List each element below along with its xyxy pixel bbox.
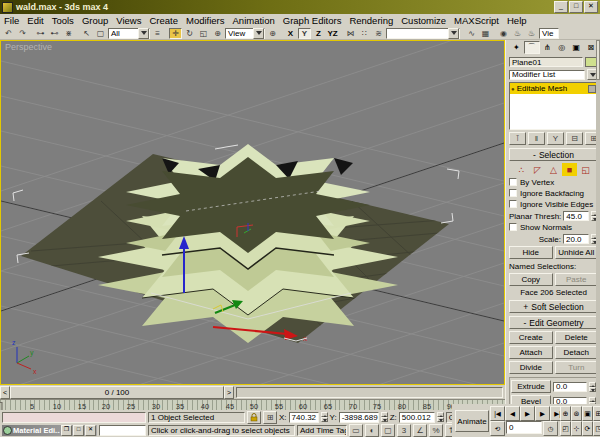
key-mode-toggle[interactable]: ⟲ <box>490 421 505 436</box>
select-and-rotate-button[interactable]: ↻ <box>183 28 196 39</box>
time-slider-handle[interactable]: 0 / 100 <box>10 386 224 399</box>
subobject-face-icon[interactable]: △ <box>546 163 561 176</box>
z-coord-field[interactable]: 500.012 <box>399 412 435 423</box>
time-slider-track[interactable] <box>236 387 503 398</box>
render-type-dropdown[interactable]: Vie <box>539 28 559 39</box>
restrict-z-button[interactable]: Z <box>312 28 325 39</box>
extrude-spinner[interactable] <box>589 382 596 392</box>
maximize-button[interactable]: □ <box>569 1 583 13</box>
create-button[interactable]: Create <box>509 331 553 344</box>
render-scene-button[interactable]: ♨ <box>511 28 524 39</box>
planar-thresh-field[interactable]: 45.0 <box>563 211 589 221</box>
named-selection-sets-dropdown[interactable] <box>386 28 460 39</box>
paste-named-selection-button[interactable]: Paste <box>555 273 599 286</box>
select-and-manipulate-button[interactable]: ⊕ <box>211 28 224 39</box>
region-zoom-button[interactable]: ◰ <box>560 421 571 436</box>
use-pivot-point-center-button[interactable]: ⊕ <box>266 28 279 39</box>
menu-help[interactable]: Help <box>503 15 531 26</box>
material-editor-button[interactable]: ◉ <box>497 28 510 39</box>
angle-snap-toggle-icon[interactable]: ∠ <box>413 424 427 437</box>
selection-lock-icon[interactable] <box>247 411 261 424</box>
degradation-override-toggle[interactable]: ◐ <box>365 424 379 437</box>
material-window-restore-button[interactable]: ❐ <box>61 425 72 436</box>
unhide-all-button[interactable]: Unhide All <box>555 246 599 259</box>
select-and-move-button[interactable]: ✛ <box>169 28 182 39</box>
menu-graph-editors[interactable]: Graph Editors <box>279 15 346 26</box>
by-vertex-checkbox[interactable] <box>509 178 517 186</box>
tab-motion-icon[interactable]: ◎ <box>555 41 570 54</box>
detach-button[interactable]: Detach <box>555 346 599 359</box>
subobject-edge-icon[interactable]: ◸ <box>530 163 545 176</box>
tab-display-icon[interactable]: ▣ <box>569 41 584 54</box>
redo-button[interactable]: ↷ <box>16 28 29 39</box>
quick-render-button[interactable]: ♨ <box>525 28 538 39</box>
time-slider-next-button[interactable]: > <box>224 386 234 399</box>
stack-item-editable-mesh[interactable]: ● Editable Mesh <box>510 83 597 94</box>
select-by-name-button[interactable]: ≡ <box>151 28 164 39</box>
go-to-start-button[interactable]: |◀ <box>490 406 505 421</box>
menu-maxscript[interactable]: MAXScript <box>450 15 503 26</box>
minimize-button[interactable]: _ <box>554 1 568 13</box>
transform-gizmo-toggle[interactable]: ▢ <box>381 424 395 437</box>
percent-snap-toggle-icon[interactable]: % <box>429 424 443 437</box>
rectangular-selection-region-button[interactable]: ▢ <box>94 28 107 39</box>
pin-stack-button[interactable]: ⊺ <box>509 132 526 145</box>
remove-modifier-button[interactable]: ⊟ <box>566 132 583 145</box>
current-frame-field[interactable]: 0 <box>506 421 542 434</box>
stack-mode-icon[interactable] <box>588 85 596 93</box>
close-button[interactable]: ✕ <box>584 1 598 13</box>
modifier-list-dropdown[interactable]: Modifier List <box>509 70 585 80</box>
macro-recorder-field[interactable] <box>2 412 146 423</box>
time-configuration-button[interactable]: ◷ <box>543 421 558 436</box>
reference-coordinate-system-dropdown[interactable]: View <box>225 28 265 39</box>
zoom-button[interactable]: ⊕ <box>560 406 571 421</box>
snaps-toggle-icon[interactable]: 3 <box>397 424 411 437</box>
select-and-scale-button[interactable]: ◱ <box>197 28 210 39</box>
ignore-visible-edges-checkbox[interactable] <box>509 200 517 208</box>
x-coord-spinner[interactable] <box>321 412 328 422</box>
menu-views[interactable]: Views <box>112 15 145 26</box>
z-coord-spinner[interactable] <box>437 412 444 422</box>
y-coord-field[interactable]: -3898.689 <box>339 412 379 423</box>
tab-create-icon[interactable]: ✦ <box>509 41 524 54</box>
menu-customize[interactable]: Customize <box>397 15 450 26</box>
menu-modifiers[interactable]: Modifiers <box>182 15 229 26</box>
bind-to-space-warp-button[interactable]: ⋇ <box>62 28 75 39</box>
arc-rotate-button[interactable]: ⟳ <box>582 421 593 436</box>
delete-button[interactable]: Delete <box>555 331 599 344</box>
time-slider-prev-button[interactable]: < <box>0 386 10 399</box>
extrude-button[interactable]: Extrude <box>511 380 551 393</box>
restrict-y-button[interactable]: Y <box>298 28 311 39</box>
panel-scrollbar-thumb[interactable] <box>596 40 600 80</box>
undo-button[interactable]: ↶ <box>2 28 15 39</box>
zoom-all-button[interactable]: ⊛ <box>571 406 582 421</box>
previous-frame-button[interactable]: ◀ <box>505 406 520 421</box>
object-name-field[interactable]: Plane01 <box>509 57 583 67</box>
dropdown-arrow-icon[interactable] <box>448 28 459 39</box>
restrict-plane-button[interactable]: YZ <box>326 28 339 39</box>
show-normals-checkbox[interactable] <box>509 223 517 231</box>
animate-button[interactable]: Animate <box>455 410 489 432</box>
subobject-polygon-icon[interactable]: ■ <box>562 163 577 176</box>
divide-button[interactable]: Divide <box>509 361 553 374</box>
track-view-button[interactable]: ∿ <box>465 28 478 39</box>
dropdown-arrow-icon[interactable] <box>253 28 264 39</box>
dropdown-arrow-icon[interactable] <box>138 28 149 39</box>
material-window-close-button[interactable]: ✕ <box>85 425 96 436</box>
menu-rendering[interactable]: Rendering <box>345 15 397 26</box>
y-coord-spinner[interactable] <box>381 412 388 422</box>
selection-rollout-header[interactable]: - Selection <box>509 148 598 161</box>
add-time-tag[interactable]: Add Time Tag <box>297 425 347 436</box>
material-editor-minimized-window[interactable]: Material Edi... ❐ □ ✕ <box>2 425 97 436</box>
min-max-toggle-button[interactable]: ◳ <box>593 421 600 436</box>
turn-button[interactable]: Turn <box>555 361 599 374</box>
selection-filter-dropdown[interactable]: All <box>108 28 150 39</box>
menu-file[interactable]: File <box>0 15 23 26</box>
schematic-view-button[interactable]: ▦ <box>479 28 492 39</box>
make-unique-button[interactable]: Y <box>547 132 564 145</box>
select-object-button[interactable]: ↖ <box>80 28 93 39</box>
stack-bulb-icon[interactable]: ● <box>511 86 515 92</box>
play-button[interactable]: ▶ <box>520 406 535 421</box>
window-crossing-toggle[interactable]: ▭ <box>349 424 363 437</box>
restrict-x-button[interactable]: X <box>284 28 297 39</box>
